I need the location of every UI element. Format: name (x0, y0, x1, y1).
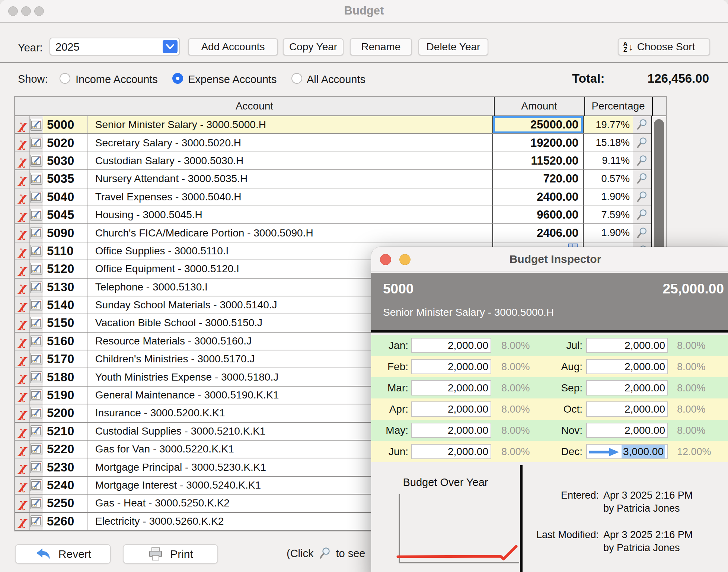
delete-row-button[interactable]: χ (15, 260, 30, 277)
delete-row-button[interactable]: χ (15, 188, 30, 206)
month-amount-input[interactable]: 2,000.00 (411, 380, 491, 395)
delete-row-button[interactable]: χ (15, 458, 30, 476)
radio-expense-accounts[interactable] (172, 73, 183, 84)
rename-button[interactable]: Rename (350, 38, 412, 55)
month-amount-input[interactable]: 2,000.00 (586, 338, 668, 353)
edit-row-button[interactable] (30, 314, 43, 331)
month-amount-input[interactable]: 2,000.00 (411, 401, 491, 417)
month-amount-input[interactable]: 2,000.00 (411, 359, 491, 374)
month-amount-input[interactable]: 2,000.00 (411, 423, 491, 438)
copy-year-button[interactable]: Copy Year (283, 38, 344, 55)
revert-label: Revert (58, 548, 91, 560)
edit-pencil-icon (30, 263, 42, 275)
month-amount-input[interactable]: 2,000.00 (411, 338, 491, 353)
amount-cell[interactable]: 2400.00 (493, 188, 584, 206)
delete-row-button[interactable]: χ (15, 224, 30, 241)
delete-row-button[interactable]: χ (15, 368, 30, 385)
delete-row-button[interactable]: χ (15, 279, 30, 296)
row-magnifier-button[interactable] (633, 170, 651, 187)
delete-row-button[interactable]: χ (15, 441, 30, 458)
row-magnifier-button[interactable] (633, 206, 651, 223)
edit-row-button[interactable] (30, 333, 43, 350)
delete-x-icon: χ (18, 497, 26, 509)
edit-row-button[interactable] (30, 134, 43, 151)
delete-row-button[interactable]: χ (15, 242, 30, 260)
amount-cell[interactable]: 25000.00 (493, 116, 584, 133)
edit-row-button[interactable] (30, 188, 43, 206)
radio-all-accounts[interactable] (291, 73, 302, 84)
delete-row-button[interactable]: χ (15, 296, 30, 314)
radio-income-accounts[interactable] (60, 73, 70, 84)
month-amount-input[interactable]: 2,000.00 (586, 359, 668, 374)
delete-row-button[interactable]: χ (15, 423, 30, 440)
edit-pencil-icon (30, 479, 42, 491)
edit-row-button[interactable] (30, 495, 43, 512)
amount-cell[interactable]: 2406.00 (493, 224, 584, 241)
magnifier-icon (636, 209, 648, 221)
header-divider (494, 97, 495, 116)
entered-label: Entered: (371, 490, 599, 501)
row-magnifier-button[interactable] (633, 116, 651, 133)
amount-cell[interactable]: 19200.00 (493, 134, 584, 151)
month-amount-input[interactable]: 3,000.00 (586, 444, 668, 459)
edit-row-button[interactable] (30, 477, 43, 494)
year-dropdown[interactable]: 2025 (50, 38, 180, 55)
amount-cell[interactable]: 720.00 (493, 170, 584, 187)
delete-row-button[interactable]: χ (15, 134, 30, 151)
sort-az-icon: AZ (623, 41, 628, 53)
delete-x-icon: χ (18, 191, 26, 203)
month-amount-input[interactable]: 2,000.00 (586, 423, 668, 438)
month-amount-input[interactable]: 2,000.00 (586, 380, 668, 395)
edit-row-button[interactable] (30, 458, 43, 476)
delete-row-button[interactable]: χ (15, 477, 30, 494)
delete-row-button[interactable]: χ (15, 116, 30, 133)
delete-row-button[interactable]: χ (15, 333, 30, 350)
edit-row-button[interactable] (30, 279, 43, 296)
row-magnifier-button[interactable] (633, 134, 651, 151)
delete-row-button[interactable]: χ (15, 206, 30, 223)
edit-row-button[interactable] (30, 152, 43, 169)
revert-button[interactable]: Revert (15, 544, 111, 564)
edit-row-button[interactable] (30, 206, 43, 223)
print-button[interactable]: Print (123, 544, 218, 564)
month-amount-input[interactable]: 2,000.00 (586, 401, 668, 417)
delete-row-button[interactable]: χ (15, 350, 30, 368)
delete-x-icon: χ (18, 443, 26, 455)
revert-arrow-icon (35, 547, 52, 561)
delete-row-button[interactable]: χ (15, 404, 30, 422)
delete-row-button[interactable]: χ (15, 513, 30, 530)
row-magnifier-button[interactable] (633, 152, 651, 169)
delete-year-button[interactable]: Delete Year (418, 38, 488, 55)
row-magnifier-button[interactable] (633, 188, 651, 206)
account-number-cell: 5110 (43, 242, 88, 260)
edit-row-button[interactable] (30, 260, 43, 277)
edit-row-button[interactable] (30, 387, 43, 404)
edit-pencil-icon (30, 425, 42, 437)
delete-row-button[interactable]: χ (15, 314, 30, 331)
delete-row-button[interactable]: χ (15, 495, 30, 512)
edit-row-button[interactable] (30, 116, 43, 133)
amount-cell[interactable]: 11520.00 (493, 152, 584, 169)
edit-row-button[interactable] (30, 242, 43, 260)
edit-row-button[interactable] (30, 441, 43, 458)
delete-row-button[interactable]: χ (15, 387, 30, 404)
month-amount-input[interactable]: 2,000.00 (411, 444, 491, 459)
edit-row-button[interactable] (30, 350, 43, 368)
add-accounts-button[interactable]: Add Accounts (188, 38, 278, 55)
choose-sort-button[interactable]: AZ↓ Choose Sort (618, 38, 710, 55)
row-magnifier-button[interactable] (633, 224, 651, 241)
delete-row-button[interactable]: χ (15, 152, 30, 169)
edit-row-button[interactable] (30, 296, 43, 314)
month-value: 2,000.00 (625, 340, 665, 352)
edit-row-button[interactable] (30, 404, 43, 422)
year-value: 2025 (55, 41, 80, 53)
edit-row-button[interactable] (30, 224, 43, 241)
edit-row-button[interactable] (30, 368, 43, 385)
amount-cell[interactable]: 9600.00 (493, 206, 584, 223)
account-number-cell: 5030 (43, 152, 88, 169)
table-row: χ 5045 Housing - 3000.5045.H 9600.00 (15, 206, 651, 224)
edit-row-button[interactable] (30, 423, 43, 440)
edit-row-button[interactable] (30, 170, 43, 187)
delete-row-button[interactable]: χ (15, 170, 30, 187)
edit-row-button[interactable] (30, 513, 43, 530)
